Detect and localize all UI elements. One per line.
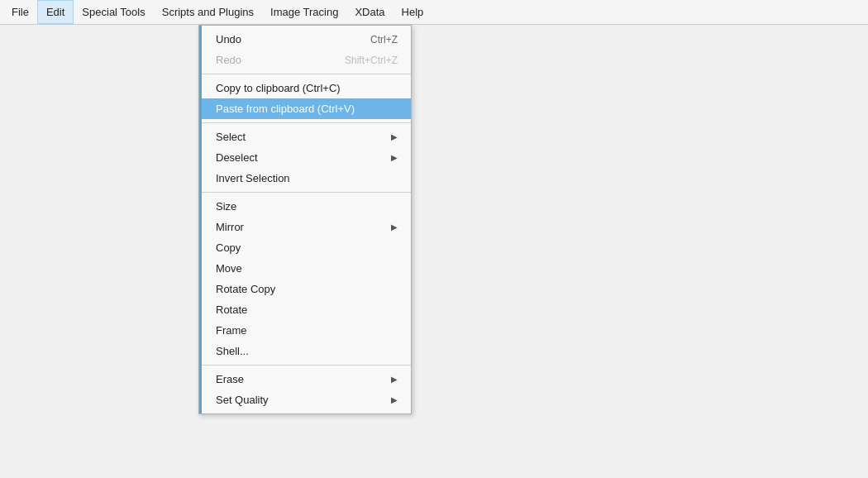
menu-item-erase-label: Erase: [216, 373, 244, 385]
menu-item-redo: Redo Shift+Ctrl+Z: [199, 50, 411, 70]
menu-item-shell-label: Shell...: [216, 345, 249, 357]
menu-item-paste-clipboard[interactable]: Paste from clipboard (Ctrl+V): [199, 98, 411, 119]
menu-item-rotate-label: Rotate: [216, 304, 247, 316]
menu-item-set-quality-label: Set Quality: [216, 394, 269, 406]
select-submenu-arrow: ▶: [391, 132, 398, 141]
menu-item-copy-label: Copy: [216, 241, 241, 254]
set-quality-submenu-arrow: ▶: [391, 395, 398, 404]
menu-item-rotate-copy[interactable]: Rotate Copy: [199, 279, 411, 299]
menu-item-redo-shortcut: Shift+Ctrl+Z: [345, 55, 398, 66]
menu-item-select[interactable]: Select ▶: [199, 127, 411, 147]
menubar-item-file[interactable]: File: [3, 0, 37, 24]
menu-item-undo-shortcut: Ctrl+Z: [370, 34, 398, 45]
menu-item-rotate-copy-label: Rotate Copy: [216, 283, 275, 295]
separator-4: [199, 365, 411, 366]
menu-item-mirror[interactable]: Mirror ▶: [199, 217, 411, 237]
menu-item-undo-label: Undo: [216, 33, 241, 45]
menu-item-shell[interactable]: Shell...: [199, 341, 411, 361]
deselect-submenu-arrow: ▶: [391, 153, 398, 162]
menu-item-copy[interactable]: Copy: [199, 237, 411, 258]
menubar-item-help[interactable]: Help: [393, 0, 432, 24]
menu-item-copy-clipboard[interactable]: Copy to clipboard (Ctrl+C): [199, 78, 411, 98]
menu-item-rotate[interactable]: Rotate: [199, 299, 411, 320]
menu-item-move[interactable]: Move: [199, 258, 411, 279]
menu-item-undo[interactable]: Undo Ctrl+Z: [199, 29, 411, 50]
menubar-item-edit[interactable]: Edit: [37, 0, 74, 24]
menu-item-frame-label: Frame: [216, 324, 247, 337]
menubar-item-scripts[interactable]: Scripts and Plugins: [154, 0, 262, 24]
menubar-item-special-tools[interactable]: Special Tools: [74, 0, 153, 24]
menu-item-deselect-label: Deselect: [216, 151, 258, 164]
menu-item-move-label: Move: [216, 262, 242, 275]
menu-item-deselect[interactable]: Deselect ▶: [199, 147, 411, 168]
separator-3: [199, 192, 411, 193]
separator-2: [199, 122, 411, 123]
menu-item-invert-selection-label: Invert Selection: [216, 172, 290, 184]
menu-item-frame[interactable]: Frame: [199, 320, 411, 341]
edit-dropdown-menu: Undo Ctrl+Z Redo Shift+Ctrl+Z Copy to cl…: [198, 25, 412, 414]
menu-item-set-quality[interactable]: Set Quality ▶: [199, 390, 411, 410]
menubar-item-xdata[interactable]: XData: [346, 0, 393, 24]
erase-submenu-arrow: ▶: [391, 375, 398, 384]
menu-item-invert-selection[interactable]: Invert Selection: [199, 168, 411, 189]
separator-1: [199, 74, 411, 74]
menu-item-size[interactable]: Size: [199, 196, 411, 217]
menu-item-size-label: Size: [216, 200, 236, 213]
menu-item-copy-clipboard-label: Copy to clipboard (Ctrl+C): [216, 82, 341, 94]
menu-item-mirror-label: Mirror: [216, 221, 244, 233]
menu-item-erase[interactable]: Erase ▶: [199, 369, 411, 390]
menu-item-select-label: Select: [216, 131, 246, 143]
menu-item-redo-label: Redo: [216, 54, 241, 66]
menu-item-paste-clipboard-label: Paste from clipboard (Ctrl+V): [216, 103, 355, 115]
menubar: File Edit Special Tools Scripts and Plug…: [0, 0, 868, 25]
menubar-item-image-tracing[interactable]: Image Tracing: [262, 0, 346, 24]
mirror-submenu-arrow: ▶: [391, 222, 398, 232]
